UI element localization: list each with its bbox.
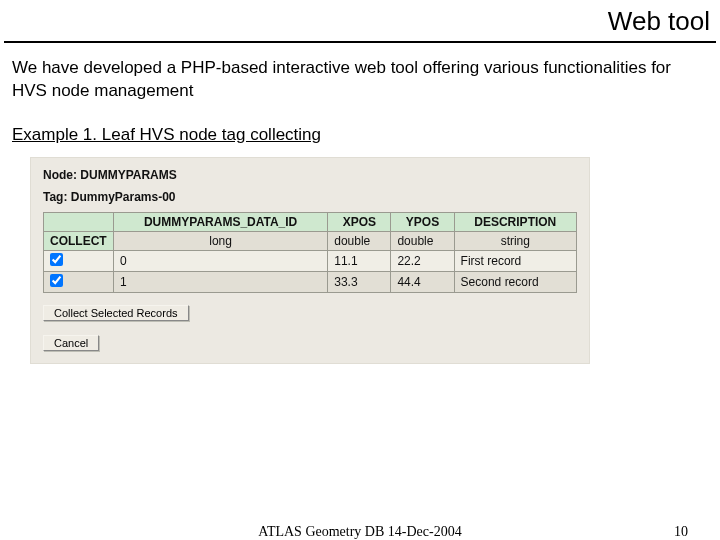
cancel-button-row: Cancel: [43, 335, 577, 351]
collect-button-row: Collect Selected Records: [43, 305, 577, 321]
cell-id: 1: [114, 271, 328, 292]
table-header-row: DUMMYPARAMS_DATA_ID XPOS YPOS DESCRIPTIO…: [44, 212, 577, 231]
col-ypos: YPOS: [391, 212, 454, 231]
tag-label: Tag:: [43, 190, 67, 204]
row-checkbox[interactable]: [50, 274, 63, 287]
type-xpos: double: [328, 231, 391, 250]
col-xpos: XPOS: [328, 212, 391, 231]
cell-ypos: 22.2: [391, 250, 454, 271]
type-ypos: double: [391, 231, 454, 250]
type-desc: string: [454, 231, 576, 250]
col-blank: [44, 212, 114, 231]
cell-ypos: 44.4: [391, 271, 454, 292]
table-type-row: COLLECT long double double string: [44, 231, 577, 250]
slide-title: Web tool: [0, 0, 720, 41]
row-checkbox-cell: [44, 271, 114, 292]
slide-body-text: We have developed a PHP-based interactiv…: [0, 43, 720, 107]
collect-header: COLLECT: [44, 231, 114, 250]
table-row: 1 33.3 44.4 Second record: [44, 271, 577, 292]
tag-line: Tag: DummyParams-00: [43, 190, 577, 204]
collect-selected-button[interactable]: Collect Selected Records: [43, 305, 189, 321]
node-label: Node:: [43, 168, 77, 182]
footer-page-number: 10: [674, 524, 688, 540]
example-heading: Example 1. Leaf HVS node tag collecting: [0, 107, 720, 151]
type-data-id: long: [114, 231, 328, 250]
cell-xpos: 33.3: [328, 271, 391, 292]
col-desc: DESCRIPTION: [454, 212, 576, 231]
cell-desc: First record: [454, 250, 576, 271]
cell-id: 0: [114, 250, 328, 271]
records-table: DUMMYPARAMS_DATA_ID XPOS YPOS DESCRIPTIO…: [43, 212, 577, 293]
col-data-id: DUMMYPARAMS_DATA_ID: [114, 212, 328, 231]
web-tool-screenshot: Node: DUMMYPARAMS Tag: DummyParams-00 DU…: [30, 157, 590, 364]
cell-desc: Second record: [454, 271, 576, 292]
cell-xpos: 11.1: [328, 250, 391, 271]
tag-value: DummyParams-00: [71, 190, 176, 204]
footer-center-text: ATLAS Geometry DB 14-Dec-2004: [258, 524, 461, 540]
cancel-button[interactable]: Cancel: [43, 335, 99, 351]
node-line: Node: DUMMYPARAMS: [43, 168, 577, 182]
table-row: 0 11.1 22.2 First record: [44, 250, 577, 271]
row-checkbox-cell: [44, 250, 114, 271]
node-value: DUMMYPARAMS: [80, 168, 176, 182]
row-checkbox[interactable]: [50, 253, 63, 266]
